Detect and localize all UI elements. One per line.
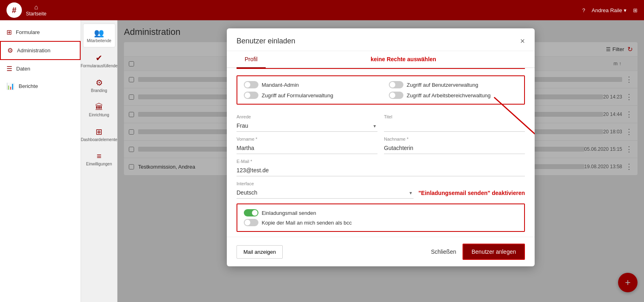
perm-arbeitsbereichverwaltung: Zugriff auf Arbeitsbereichverwaltung [389, 92, 518, 99]
reports-icon: 📊 [6, 82, 15, 90]
interface-select[interactable]: Deutsch English Français [237, 187, 414, 199]
interface-row: Interface Deutsch English Français ▾ "Ei… [237, 178, 525, 199]
vorname-nachname-row: Vorname * Nachname * [237, 133, 525, 156]
tab-profil[interactable]: Profil [237, 51, 266, 68]
modal-tab-divider [237, 68, 525, 69]
modal-header: Benutzer einladen × [227, 28, 535, 51]
no-rights-annotation: keine Rechte auswählen [371, 56, 436, 62]
modal-overlay: Benutzer einladen × Profil keine Rechte … [117, 20, 644, 302]
invite-user-modal: Benutzer einladen × Profil keine Rechte … [227, 28, 535, 266]
kopie-bcc-toggle-row: Kopie der Mail an mich senden als bcc [244, 219, 518, 226]
mail-anzeigen-button[interactable]: Mail anzeigen [237, 245, 283, 259]
forms-icon: ⊞ [6, 28, 12, 36]
email-group: E-Mail * [237, 156, 525, 176]
app-body: ⊞ Formulare ⚙ Administration ☰ Daten 📊 B… [0, 20, 644, 302]
modal-tabs: Profil keine Rechte auswählen [227, 51, 535, 68]
perm-benutzerverwaltung: Zugriff auf Benutzerverwaltung [389, 81, 518, 88]
grid-menu-icon[interactable]: ⊞ [633, 7, 638, 13]
email-toggles-box: Einladungsmail senden Kopie der Mail an … [237, 203, 525, 232]
einrichtung-icon: 🏛 [95, 103, 103, 112]
data-icon: ☰ [6, 65, 12, 73]
interface-label: Interface [237, 178, 525, 186]
home-icon: ⌂ [26, 4, 47, 11]
anrede-group: Anrede Frau Herr Divers ▾ [237, 111, 377, 132]
einladungsmail-toggle-row: Einladungsmail senden [244, 209, 518, 216]
modal-close-button[interactable]: × [520, 36, 525, 46]
interface-chevron-icon: ▾ [409, 190, 412, 196]
email-input[interactable] [237, 165, 525, 176]
mandant-admin-toggle[interactable] [244, 81, 258, 88]
anrede-select-wrap: Frau Herr Divers ▾ [237, 120, 377, 132]
einwilligungen-icon: ≡ [97, 152, 102, 161]
anrede-label: Anrede [237, 111, 377, 119]
mitarbeitende-icon: 👥 [94, 28, 104, 38]
sidebar: ⊞ Formulare ⚙ Administration ☰ Daten 📊 B… [0, 20, 81, 302]
permissions-grid: Mandant-Admin Zugriff auf Benutzerverwal… [244, 81, 518, 99]
interface-select-wrap: Deutsch English Français ▾ [237, 187, 414, 199]
modal-title: Benutzer einladen [237, 37, 295, 45]
vorname-group: Vorname * [237, 133, 377, 154]
modal-footer: Mail anzeigen Schließen Benutzer anlegen [227, 237, 535, 266]
perm-formularverwaltung: Zugriff auf Formularverwaltung [244, 92, 373, 99]
sidebar-item-formulare[interactable]: ⊞ Formulare [0, 24, 81, 41]
main-content: Administration ☰ Filter ↻ m ↑ [117, 20, 644, 302]
sub-item-dashboardelemente[interactable]: ⊞ Dashboardelemente [83, 123, 115, 146]
einladungsmail-toggle[interactable] [244, 209, 258, 216]
nachname-input[interactable] [384, 142, 525, 154]
logo-icon[interactable]: # [6, 2, 22, 18]
sub-item-einrichtung[interactable]: 🏛 Einrichtung [83, 99, 115, 121]
chevron-down-icon: ▾ [624, 7, 627, 13]
help-icon[interactable]: ? [582, 7, 585, 13]
sidebar-item-daten[interactable]: ☰ Daten [0, 60, 81, 77]
titel-group: Titel [384, 111, 525, 132]
anrede-select[interactable]: Frau Herr Divers [237, 120, 377, 132]
top-nav: # ⌂ Startseite ? Andrea Raile ▾ ⊞ [0, 0, 644, 20]
formularverwaltung-toggle[interactable] [244, 92, 258, 99]
branding-icon: ⚙ [96, 78, 103, 88]
top-nav-left: # ⌂ Startseite [6, 2, 47, 18]
sub-item-formularausfuellende[interactable]: ✔ Formularausfüllende [83, 49, 115, 72]
footer-right: Schließen Benutzer anlegen [431, 244, 525, 260]
arbeitsbereichverwaltung-toggle[interactable] [389, 92, 403, 99]
einladungsemail-annotation: "Einladungsemail senden" deaktivieren [418, 190, 525, 196]
perm-mandant-admin: Mandant-Admin [244, 81, 373, 88]
anrede-chevron-icon: ▾ [373, 123, 376, 129]
dashboard-icon: ⊞ [96, 127, 102, 137]
nachname-group: Nachname * [384, 133, 525, 154]
kopie-bcc-toggle[interactable] [244, 219, 258, 226]
titel-label: Titel [384, 111, 525, 119]
vorname-label: Vorname * [237, 133, 377, 141]
sub-sidebar: 👥 Mitarbeitende ✔ Formularausfüllende ⚙ … [81, 20, 117, 302]
sub-item-branding[interactable]: ⚙ Branding [83, 74, 115, 97]
formularausfuellende-icon: ✔ [96, 53, 102, 63]
top-nav-right: ? Andrea Raile ▾ ⊞ [582, 7, 638, 13]
benutzer-anlegen-button[interactable]: Benutzer anlegen [463, 244, 525, 260]
sidebar-item-administration[interactable]: ⚙ Administration [0, 41, 81, 60]
sub-item-mitarbeitende[interactable]: 👥 Mitarbeitende [83, 24, 115, 47]
admin-icon: ⚙ [7, 47, 13, 54]
home-link[interactable]: ⌂ Startseite [26, 4, 47, 17]
sub-item-einwilligungen[interactable]: ≡ Einwilligungen [83, 148, 115, 170]
benutzerverwaltung-toggle[interactable] [389, 81, 403, 88]
anrede-titel-row: Anrede Frau Herr Divers ▾ [237, 111, 525, 133]
vorname-input[interactable] [237, 142, 377, 154]
schliessen-button[interactable]: Schließen [431, 248, 456, 255]
form-section: Anrede Frau Herr Divers ▾ [227, 111, 535, 176]
nachname-label: Nachname * [384, 133, 525, 141]
permissions-box: Mandant-Admin Zugriff auf Benutzerverwal… [237, 75, 525, 105]
user-name[interactable]: Andrea Raile ▾ [592, 7, 627, 13]
interface-row-flex: Deutsch English Français ▾ "Einladungsem… [237, 187, 525, 199]
titel-input[interactable] [384, 120, 525, 132]
sidebar-item-berichte[interactable]: 📊 Berichte [0, 77, 81, 95]
email-label: E-Mail * [237, 156, 525, 164]
